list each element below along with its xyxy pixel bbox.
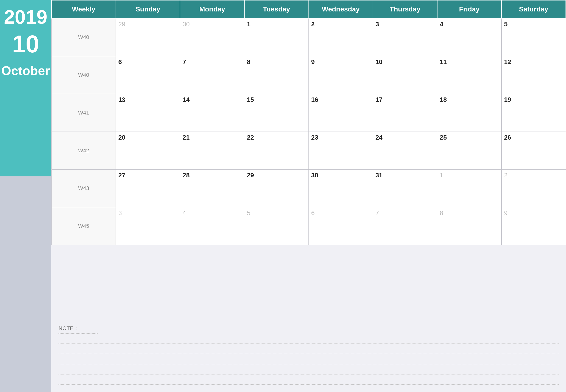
week-label-cell: W45 — [51, 207, 116, 245]
calendar-day-cell: 24 — [373, 132, 437, 169]
month-name-label: October — [1, 63, 50, 78]
day-number: 24 — [375, 134, 383, 141]
col-monday: Monday — [180, 0, 244, 18]
day-number: 6 — [311, 209, 314, 217]
calendar-day-cell: 3 — [116, 207, 180, 245]
day-number: 15 — [247, 96, 254, 103]
calendar-day-cell: 12 — [501, 56, 566, 94]
calendar-wrapper: Weekly Sunday Monday Tuesday Wednesday T… — [51, 0, 566, 320]
day-number: 14 — [183, 96, 190, 103]
calendar-day-cell: 25 — [437, 132, 502, 169]
calendar-header-row: Weekly Sunday Monday Tuesday Wednesday T… — [51, 0, 566, 18]
main-content: Weekly Sunday Monday Tuesday Wednesday T… — [51, 0, 566, 392]
page: 2019 10 October Weekly Sunday Monday Tue… — [0, 0, 566, 392]
calendar-day-cell: 19 — [501, 94, 566, 132]
week-label-cell: W40 — [51, 18, 116, 56]
calendar-day-cell: 8 — [244, 56, 309, 94]
day-number: 20 — [118, 134, 125, 141]
calendar-day-cell: 29 — [116, 18, 180, 56]
calendar-day-cell: 14 — [180, 94, 244, 132]
day-number: 11 — [440, 58, 447, 66]
notes-line-1 — [59, 334, 559, 344]
week-label-cell: W40 — [51, 56, 116, 94]
calendar-day-cell: 29 — [244, 169, 309, 207]
calendar-day-cell: 2 — [309, 18, 373, 56]
day-number: 21 — [183, 134, 190, 141]
calendar-day-cell: 10 — [373, 56, 437, 94]
calendar-day-cell: 30 — [180, 18, 244, 56]
day-number: 3 — [375, 20, 379, 28]
calendar-day-cell: 4 — [437, 18, 502, 56]
calendar-day-cell: 22 — [244, 132, 309, 169]
month-number-label: 10 — [12, 32, 39, 56]
calendar-day-cell: 28 — [180, 169, 244, 207]
day-number: 31 — [375, 171, 383, 179]
day-number: 28 — [183, 171, 190, 179]
week-label-cell: W41 — [51, 94, 116, 132]
day-number: 30 — [311, 171, 318, 179]
notes-section: NOTE： — [51, 320, 566, 392]
week-label-cell: W42 — [51, 132, 116, 169]
calendar-day-cell: 9 — [501, 207, 566, 245]
day-number: 22 — [247, 134, 254, 141]
day-number: 10 — [375, 58, 383, 66]
day-number: 29 — [118, 20, 125, 28]
day-number: 25 — [440, 134, 447, 141]
calendar-day-cell: 27 — [116, 169, 180, 207]
calendar-day-cell: 6 — [309, 207, 373, 245]
day-number: 29 — [247, 171, 254, 179]
day-number: 16 — [311, 96, 318, 103]
calendar-day-cell: 8 — [437, 207, 502, 245]
day-number: 17 — [375, 96, 383, 103]
day-number: 30 — [183, 20, 190, 28]
col-weekly: Weekly — [51, 0, 116, 18]
calendar-day-cell: 16 — [309, 94, 373, 132]
col-tuesday: Tuesday — [244, 0, 309, 18]
day-number: 7 — [375, 209, 379, 217]
calendar-day-cell: 1 — [244, 18, 309, 56]
notes-line-5 — [59, 375, 559, 385]
calendar-day-cell: 21 — [180, 132, 244, 169]
calendar-day-cell: 17 — [373, 94, 437, 132]
day-number: 1 — [247, 20, 250, 28]
calendar-day-cell: 5 — [501, 18, 566, 56]
day-number: 27 — [118, 171, 125, 179]
calendar-day-cell: 9 — [309, 56, 373, 94]
notes-line-4 — [59, 364, 559, 375]
day-number: 4 — [183, 209, 186, 217]
calendar-row: W4113141516171819 — [51, 94, 566, 132]
year-label: 2019 — [4, 7, 47, 27]
calendar-day-cell: 26 — [501, 132, 566, 169]
notes-line-3 — [59, 354, 559, 364]
col-wednesday: Wednesday — [309, 0, 373, 18]
calendar-day-cell: 5 — [244, 207, 309, 245]
calendar-row: W40293012345 — [51, 18, 566, 56]
notes-label: NOTE： — [59, 325, 98, 334]
day-number: 2 — [311, 20, 314, 28]
calendar-day-cell: 15 — [244, 94, 309, 132]
calendar-row: W4220212223242526 — [51, 132, 566, 169]
day-number: 13 — [118, 96, 125, 103]
calendar-day-cell: 6 — [116, 56, 180, 94]
notes-line-2 — [59, 344, 559, 354]
day-number: 12 — [504, 58, 511, 66]
col-thursday: Thursday — [373, 0, 437, 18]
calendar-day-cell: 3 — [373, 18, 437, 56]
day-number: 5 — [504, 20, 507, 28]
calendar-day-cell: 2 — [501, 169, 566, 207]
day-number: 2 — [504, 171, 507, 179]
day-number: 7 — [183, 58, 186, 66]
calendar-day-cell: 7 — [373, 207, 437, 245]
calendar-day-cell: 4 — [180, 207, 244, 245]
day-number: 18 — [440, 96, 447, 103]
day-number: 23 — [311, 134, 318, 141]
day-number: 6 — [118, 58, 122, 66]
col-saturday: Saturday — [501, 0, 566, 18]
calendar-day-cell: 18 — [437, 94, 502, 132]
week-label-cell: W43 — [51, 169, 116, 207]
calendar-day-cell: 7 — [180, 56, 244, 94]
day-number: 8 — [440, 209, 443, 217]
day-number: 4 — [440, 20, 443, 28]
calendar-day-cell: 30 — [309, 169, 373, 207]
calendar-row: W43272829303112 — [51, 169, 566, 207]
